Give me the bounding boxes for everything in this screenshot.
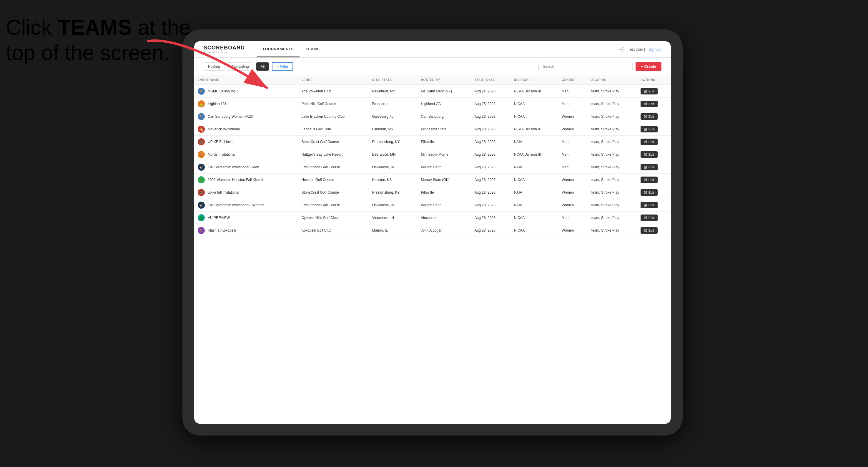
edit-button[interactable]: Edit [641, 126, 658, 132]
signout-link[interactable]: Sign out [649, 48, 661, 52]
cell-event-name: ⛳ Highland 36 [194, 98, 298, 111]
edit-button[interactable]: Edit [641, 138, 658, 145]
event-icon: 🌿 [198, 176, 205, 183]
event-name-label: Fall Statesmen Invitational - Men [208, 165, 259, 169]
cell-actions: Edit [637, 212, 671, 224]
col-division: DIVISION [510, 75, 558, 85]
table-row: 🏌 Klash at Kokopelli Kokopelli Golf Club… [194, 224, 671, 237]
cell-gender: Women [558, 186, 588, 199]
cell-hosted-by: Pikeville [417, 186, 471, 199]
competing-filter-button[interactable]: Competing [227, 62, 253, 71]
table-row: 🏌 MSMC Qualifying 1 The Powelton Club Ne… [194, 85, 671, 98]
edit-button[interactable]: Edit [641, 88, 658, 94]
search-input[interactable] [538, 62, 632, 71]
event-icon: 🏌 [198, 88, 205, 95]
edit-button[interactable]: Edit [641, 113, 658, 120]
cell-venue: Faribault Golf Club [298, 123, 368, 136]
cell-start-date: Aug 28, 2023 [471, 212, 510, 224]
hosting-filter-button[interactable]: Hosting [204, 62, 224, 71]
event-name-label: Klash at Kokopelli [208, 228, 236, 232]
cell-scoring: team, Stroke Play [588, 85, 637, 98]
edit-button[interactable]: Edit [641, 215, 658, 221]
edit-button[interactable]: Edit [641, 189, 658, 196]
tab-teams[interactable]: TEAMS [300, 41, 326, 57]
cell-gender: Men [558, 98, 588, 111]
event-name-label: Morris Invitational [208, 152, 236, 157]
svg-point-1 [621, 49, 622, 50]
cell-start-date: Aug 28, 2023 [471, 199, 510, 212]
cell-venue: Edmundson Golf Course [298, 161, 368, 174]
cell-hosted-by: Murray State (OK) [417, 174, 471, 186]
event-icon: 🐻 [198, 189, 205, 196]
edit-button[interactable]: Edit [641, 227, 658, 234]
cell-city: Faribault, MN [369, 123, 417, 136]
cell-event-name: 🌲 VU PREVIEW [194, 212, 298, 224]
header-right: Test User | Sign out [619, 46, 661, 52]
cell-event-name: 🏌 Klash at Kokopelli [194, 224, 298, 237]
edit-button[interactable]: Edit [641, 101, 658, 107]
event-name-label: upike fall invitational [208, 190, 239, 194]
cell-hosted-by: Vincennes [417, 212, 471, 224]
tablet-frame: SCOREBOARD Powered by clippit TOURNAMENT… [182, 29, 683, 436]
cell-start-date: Aug 24, 2023 [471, 85, 510, 98]
cell-start-date: Aug 28, 2023 [471, 161, 510, 174]
edit-button[interactable]: Edit [641, 177, 658, 183]
cell-venue: The Powelton Club [298, 85, 368, 98]
cell-hosted-by: William Penn [417, 199, 471, 212]
filter-button[interactable]: ≡ Filter [272, 62, 293, 71]
event-name-label: Fall Statesmen Invitational - Women [208, 203, 265, 207]
cell-scoring: team, Stroke Play [588, 212, 637, 224]
col-hosted-by: HOSTED BY [417, 75, 471, 85]
instruction-text: Click TEAMS at thetop of the screen. [6, 15, 191, 66]
cell-scoring: team, Stroke Play [588, 148, 637, 161]
event-icon: 🦌 [198, 151, 205, 158]
cell-division: NICAA I [510, 111, 558, 123]
create-button[interactable]: + Create [636, 62, 661, 71]
table-row: 🦌 Morris Invitational Ruttger's Bay Lake… [194, 148, 671, 161]
event-icon: 🦅 [198, 201, 205, 209]
edit-button[interactable]: Edit [641, 151, 658, 158]
col-city-state: CITY, STATE [369, 75, 417, 85]
logo-area: SCOREBOARD Powered by clippit [204, 45, 245, 54]
cell-city: Vincennes, IN [369, 212, 417, 224]
cell-hosted-by: Pikeville [417, 136, 471, 148]
cell-city: Marion, IL [369, 224, 417, 237]
cell-hosted-by: Minnesota State [417, 123, 471, 136]
event-icon: ⛳ [198, 100, 205, 107]
cell-start-date: Aug 26, 2023 [471, 111, 510, 123]
table-body: 🏌 MSMC Qualifying 1 The Powelton Club Ne… [194, 85, 671, 237]
cell-hosted-by: Highland CC [417, 98, 471, 111]
cell-event-name: 🦌 Morris Invitational [194, 148, 298, 161]
cell-gender: Women [558, 123, 588, 136]
col-venue: VENUE [298, 75, 368, 85]
table-row: 🏌 Carl Sandburg Women FA23 Lake Bracken … [194, 111, 671, 123]
cell-scoring: team, Stroke Play [588, 123, 637, 136]
event-name-label: MSMC Qualifying 1 [208, 89, 238, 93]
cell-venue: Lake Bracken Country Club [298, 111, 368, 123]
table-row: 🐴 Maverick Invitational Faribault Golf C… [194, 123, 671, 136]
all-filter-button[interactable]: All [256, 62, 269, 71]
cell-actions: Edit [637, 186, 671, 199]
tab-tournaments[interactable]: TOURNAMENTS [256, 41, 300, 57]
cell-gender: Men [558, 212, 588, 224]
cell-division: NAIA [510, 161, 558, 174]
cell-division: NCAA Division III [510, 148, 558, 161]
col-gender: GENDER [558, 75, 588, 85]
event-icon: 🦅 [198, 164, 205, 171]
user-label: Test User | [628, 48, 645, 52]
event-name-label: Highland 36 [208, 102, 226, 106]
cell-event-name: 🐴 Maverick Invitational [194, 123, 298, 136]
table-row: 🦅 Fall Statesmen Invitational - Women Ed… [194, 199, 671, 212]
cell-division: NAIA [510, 186, 558, 199]
cell-event-name: 🏌 Carl Sandburg Women FA23 [194, 111, 298, 123]
gear-icon[interactable] [619, 46, 625, 52]
cell-division: NCAA Division II [510, 123, 558, 136]
cell-city: Oskaloosa, IA [369, 161, 417, 174]
cell-venue: Cypress Hills Golf Club [298, 212, 368, 224]
cell-event-name: 🐻 UPIKE Fall Invite [194, 136, 298, 148]
edit-button[interactable]: Edit [641, 164, 658, 170]
cell-division: NAIA [510, 136, 558, 148]
event-icon: 🏌 [198, 227, 205, 234]
cell-scoring: team, Stroke Play [588, 111, 637, 123]
edit-button[interactable]: Edit [641, 202, 658, 208]
